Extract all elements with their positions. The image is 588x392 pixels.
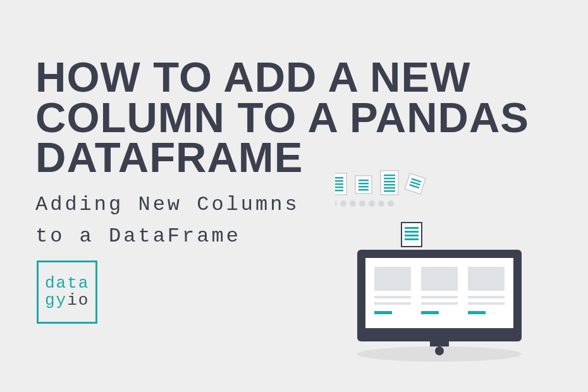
svg-rect-18 xyxy=(335,177,343,179)
svg-rect-33 xyxy=(384,187,395,189)
svg-rect-9 xyxy=(468,296,505,298)
svg-rect-15 xyxy=(405,235,419,236)
floating-doc-main xyxy=(401,223,422,247)
svg-rect-3 xyxy=(374,311,392,314)
svg-rect-29 xyxy=(384,175,395,176)
svg-rect-27 xyxy=(358,189,369,191)
floating-doc-4 xyxy=(405,173,426,194)
svg-rect-1 xyxy=(374,296,411,298)
svg-rect-14 xyxy=(405,231,419,233)
svg-rect-10 xyxy=(468,302,505,305)
subtitle-line-2: to a DataFrame xyxy=(35,224,241,248)
svg-rect-32 xyxy=(384,184,395,186)
logo-text-data: data xyxy=(45,274,89,293)
svg-point-43 xyxy=(369,200,375,207)
svg-rect-13 xyxy=(405,227,419,229)
illustration-svg xyxy=(335,164,544,367)
svg-point-45 xyxy=(388,200,394,207)
svg-rect-34 xyxy=(384,190,395,192)
svg-rect-11 xyxy=(468,311,486,314)
svg-rect-19 xyxy=(335,180,343,182)
floating-doc-1 xyxy=(335,173,346,195)
svg-rect-31 xyxy=(384,181,395,183)
svg-rect-30 xyxy=(384,178,395,180)
progress-dots xyxy=(335,200,394,207)
svg-point-44 xyxy=(378,200,384,207)
logo-text-io: io xyxy=(67,291,89,310)
svg-point-42 xyxy=(359,200,365,207)
logo-text-gy: gy xyxy=(45,291,67,310)
monitor-stand-neck xyxy=(430,341,449,346)
subtitle-line-1: Adding New Columns xyxy=(35,193,300,216)
svg-point-39 xyxy=(335,200,337,207)
svg-rect-23 xyxy=(355,176,372,193)
svg-rect-6 xyxy=(421,302,458,305)
computer-illustration xyxy=(335,164,544,367)
floating-doc-3 xyxy=(381,171,398,195)
svg-rect-16 xyxy=(405,238,419,240)
svg-rect-21 xyxy=(335,187,343,188)
svg-rect-22 xyxy=(335,190,343,192)
page-title: HOW TO ADD A NEW COLUMN TO A PANDAS DATA… xyxy=(35,57,554,178)
svg-rect-2 xyxy=(374,302,411,305)
svg-rect-8 xyxy=(468,267,505,291)
floating-doc-2 xyxy=(355,176,372,193)
svg-rect-7 xyxy=(421,311,439,314)
svg-rect-24 xyxy=(358,180,369,181)
monitor-stand-base xyxy=(435,346,444,355)
svg-rect-0 xyxy=(374,267,411,291)
svg-point-41 xyxy=(350,200,356,207)
svg-point-40 xyxy=(340,200,346,207)
svg-rect-20 xyxy=(335,183,343,185)
svg-rect-5 xyxy=(421,296,458,298)
svg-rect-25 xyxy=(358,183,369,185)
svg-rect-4 xyxy=(421,267,458,291)
datagy-logo: data gyio xyxy=(37,260,97,324)
svg-rect-26 xyxy=(358,186,369,188)
